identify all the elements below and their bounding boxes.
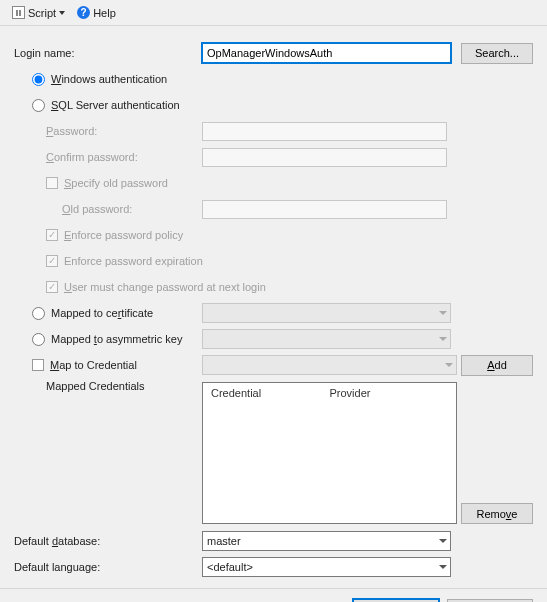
toolbar-separator <box>0 25 547 26</box>
user-must-change-label: User must change password at next login <box>64 281 266 293</box>
old-password-input <box>202 200 447 219</box>
mapped-credentials-list[interactable]: Credential Provider <box>202 382 457 524</box>
checkbox-icon: ✓ <box>46 255 58 267</box>
chevron-down-icon <box>439 539 447 543</box>
toolbar: Script ? Help <box>0 0 547 25</box>
sql-auth-radio-input[interactable] <box>32 99 45 112</box>
default-language-value: <default> <box>207 561 253 573</box>
search-button[interactable]: Search... <box>461 43 533 64</box>
windows-auth-radio[interactable]: Windows authentication <box>32 69 167 89</box>
checkbox-icon <box>46 177 58 189</box>
main-panel: Login name: Search... Windows authentica… <box>0 32 547 588</box>
help-menu[interactable]: ? Help <box>73 4 120 21</box>
confirm-password-label: Confirm password: <box>46 151 138 163</box>
enforce-policy-check: ✓ Enforce password policy <box>46 225 183 245</box>
sql-auth-radio[interactable]: SQL Server authentication <box>32 95 180 115</box>
chevron-down-icon <box>439 565 447 569</box>
mapped-key-radio[interactable]: Mapped to asymmetric key <box>32 329 202 349</box>
mapped-certificate-radio[interactable]: Mapped to certificate <box>32 303 202 323</box>
default-language-label: Default language: <box>14 561 100 573</box>
old-password-label: Old password: <box>62 203 132 215</box>
windows-auth-radio-input[interactable] <box>32 73 45 86</box>
enforce-expiration-label: Enforce password expiration <box>64 255 203 267</box>
script-label: Script <box>28 7 56 19</box>
chevron-down-icon <box>439 311 447 315</box>
remove-button[interactable]: Remove <box>461 503 533 524</box>
map-credential-label: Map to Credential <box>50 359 137 371</box>
col-credential: Credential <box>211 387 330 399</box>
mapped-key-radio-input[interactable] <box>32 333 45 346</box>
checkbox-icon[interactable] <box>32 359 44 371</box>
specify-old-password-label: Specify old password <box>64 177 168 189</box>
windows-auth-label: Windows authentication <box>51 73 167 85</box>
map-credential-check[interactable]: Map to Credential <box>32 355 202 375</box>
checkbox-icon: ✓ <box>46 229 58 241</box>
enforce-expiration-check: ✓ Enforce password expiration <box>46 251 203 271</box>
mapped-key-label: Mapped to asymmetric key <box>51 333 182 345</box>
login-name-label: Login name: <box>14 47 75 59</box>
user-must-change-check: ✓ User must change password at next logi… <box>46 277 266 297</box>
asymmetric-key-combo <box>202 329 451 349</box>
mapped-certificate-label: Mapped to certificate <box>51 307 153 319</box>
add-button[interactable]: Add <box>461 355 533 376</box>
mapped-certificate-radio-input[interactable] <box>32 307 45 320</box>
default-database-label: Default database: <box>14 535 100 547</box>
default-database-combo[interactable]: master <box>202 531 451 551</box>
password-input <box>202 122 447 141</box>
chevron-down-icon <box>445 363 453 367</box>
confirm-password-input <box>202 148 447 167</box>
password-label: Password: <box>46 125 97 137</box>
dialog-footer: OK Cancel <box>0 588 547 602</box>
chevron-down-icon <box>59 11 65 15</box>
help-icon: ? <box>77 6 90 19</box>
script-icon <box>12 6 25 19</box>
checkbox-icon: ✓ <box>46 281 58 293</box>
sql-auth-label: SQL Server authentication <box>51 99 180 111</box>
default-language-combo[interactable]: <default> <box>202 557 451 577</box>
certificate-combo <box>202 303 451 323</box>
mapped-credentials-header: Credential Provider <box>203 383 456 403</box>
help-label: Help <box>93 7 116 19</box>
credential-combo <box>202 355 457 375</box>
mapped-credentials-label: Mapped Credentials <box>46 380 144 392</box>
enforce-policy-label: Enforce password policy <box>64 229 183 241</box>
default-database-value: master <box>207 535 241 547</box>
login-name-input[interactable] <box>202 43 451 63</box>
specify-old-password-check: Specify old password <box>46 173 168 193</box>
col-provider: Provider <box>330 387 449 399</box>
script-menu[interactable]: Script <box>8 4 69 21</box>
chevron-down-icon <box>439 337 447 341</box>
